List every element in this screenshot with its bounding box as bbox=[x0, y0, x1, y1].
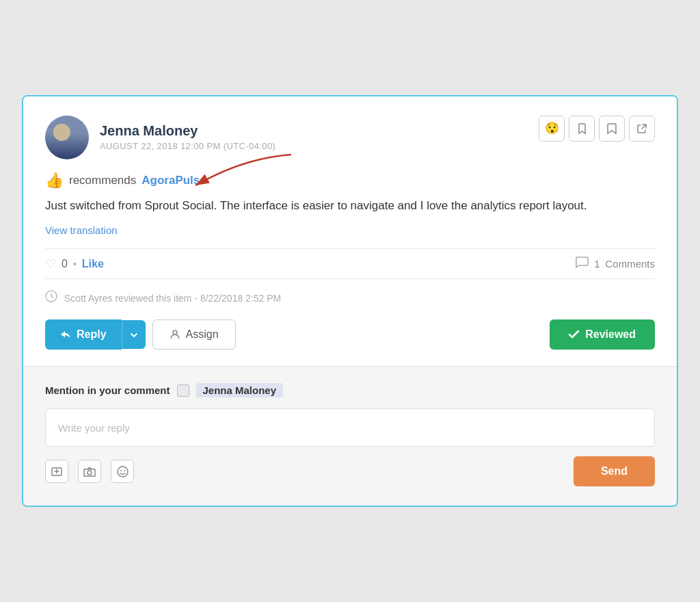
user-text: Jenna Maloney AUGUST 22, 2018 12:00 PM (… bbox=[100, 123, 275, 151]
comment-bubble-icon bbox=[575, 256, 589, 272]
reply-input[interactable] bbox=[45, 408, 655, 447]
heart-icon: ♡ bbox=[45, 257, 56, 272]
reply-button[interactable]: Reply bbox=[45, 319, 122, 350]
comment-label: Comments bbox=[605, 258, 655, 270]
user-name: Jenna Maloney bbox=[100, 123, 275, 139]
comment-count: 1 bbox=[594, 258, 600, 270]
user-date: AUGUST 22, 2018 12:00 PM (UTC-04:00) bbox=[100, 141, 275, 151]
svg-point-5 bbox=[118, 467, 128, 477]
left-buttons-group: Reply Assign bbox=[45, 319, 236, 350]
emoji-icon[interactable] bbox=[111, 460, 134, 483]
clock-icon bbox=[45, 290, 57, 306]
mention-label: Mention in your comment bbox=[45, 384, 170, 396]
assign-button[interactable]: Assign bbox=[152, 319, 236, 350]
toolbar-icons-group bbox=[45, 460, 134, 483]
external-link-icon[interactable] bbox=[629, 116, 655, 142]
action-icons-group: 😯 bbox=[539, 116, 655, 142]
svg-point-4 bbox=[88, 471, 92, 475]
post-header: Jenna Maloney AUGUST 22, 2018 12:00 PM (… bbox=[45, 116, 655, 159]
bottom-toolbar: Send bbox=[45, 456, 655, 486]
emoji-reaction-icon[interactable]: 😯 bbox=[539, 116, 565, 142]
mention-checkbox[interactable] bbox=[177, 384, 189, 397]
reviewed-by-row: Scott Ayres reviewed this item - 8/22/20… bbox=[45, 290, 655, 306]
reviewed-button-label: Reviewed bbox=[585, 328, 636, 341]
mention-name: Jenna Maloney bbox=[196, 383, 284, 397]
post-card: Jenna Maloney AUGUST 22, 2018 12:00 PM (… bbox=[22, 95, 678, 507]
bookmark-icon[interactable] bbox=[599, 116, 625, 142]
reply-section: Mention in your comment Jenna Maloney bbox=[23, 366, 677, 506]
reviewed-by-text: Scott Ayres reviewed this item - 8/22/20… bbox=[64, 293, 281, 304]
add-media-icon[interactable] bbox=[45, 460, 68, 483]
assign-button-label: Assign bbox=[186, 328, 219, 341]
reactions-row: ♡ 0 • Like 1 Comments bbox=[45, 248, 655, 279]
tag-icon[interactable] bbox=[569, 116, 595, 142]
post-body: Just switched from Sprout Social. The in… bbox=[45, 196, 655, 215]
action-buttons-row: Reply Assign bbox=[45, 319, 655, 352]
svg-point-2 bbox=[173, 330, 177, 335]
reply-button-label: Reply bbox=[77, 328, 107, 341]
recommendation-row: 👍 recommends AgoraPulse bbox=[45, 172, 655, 189]
brand-link[interactable]: AgoraPulse bbox=[142, 174, 206, 187]
thumbs-up-icon: 👍 bbox=[45, 172, 64, 189]
dot-separator: • bbox=[73, 259, 77, 270]
post-top-section: Jenna Maloney AUGUST 22, 2018 12:00 PM (… bbox=[23, 96, 677, 366]
avatar bbox=[45, 116, 89, 159]
recommends-text: recommends bbox=[69, 174, 136, 187]
mention-row: Mention in your comment Jenna Maloney bbox=[45, 383, 655, 397]
comments-section: 1 Comments bbox=[575, 256, 655, 272]
send-button[interactable]: Send bbox=[574, 456, 655, 486]
reviewed-button[interactable]: Reviewed bbox=[550, 319, 655, 350]
like-link[interactable]: Like bbox=[82, 258, 104, 270]
user-info: Jenna Maloney AUGUST 22, 2018 12:00 PM (… bbox=[45, 116, 275, 159]
svg-point-6 bbox=[120, 470, 122, 471]
svg-point-7 bbox=[124, 470, 125, 471]
camera-icon[interactable] bbox=[78, 460, 101, 483]
likes-section: ♡ 0 • Like bbox=[45, 257, 104, 272]
view-translation-link[interactable]: View translation bbox=[45, 224, 118, 236]
reply-dropdown-button[interactable] bbox=[122, 320, 146, 349]
like-count: 0 bbox=[62, 258, 68, 270]
